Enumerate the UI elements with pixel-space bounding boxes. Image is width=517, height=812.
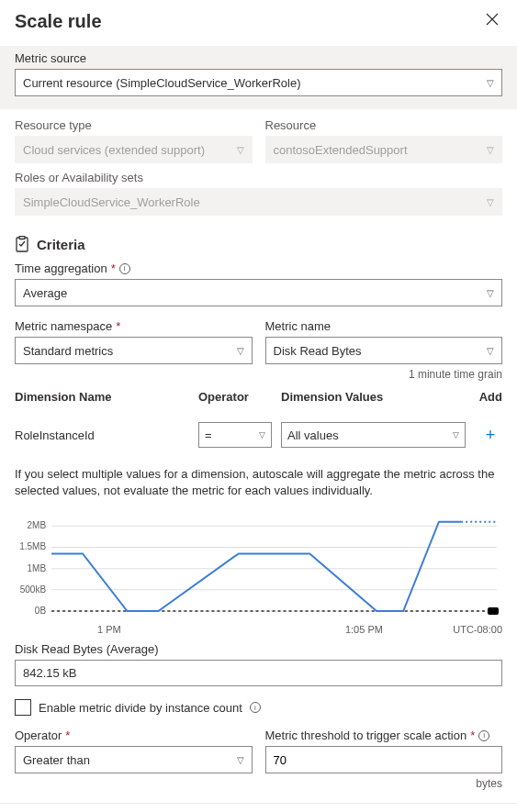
resource-type-value: Cloud services (extended support) xyxy=(23,143,205,157)
dimension-row: RoleInstanceId = ▽ All values ▽ + xyxy=(15,413,502,461)
dim-header-name: Dimension Name xyxy=(15,390,198,404)
svg-text:500kB: 500kB xyxy=(20,584,47,595)
dimension-operator-select[interactable]: = ▽ xyxy=(198,422,272,448)
panel-title: Scale rule xyxy=(15,11,102,32)
resource-label: Resource xyxy=(265,118,503,132)
svg-text:2MB: 2MB xyxy=(27,521,46,531)
svg-text:1MB: 1MB xyxy=(27,563,46,573)
time-aggregation-label: Time aggregation * i xyxy=(15,261,502,275)
threshold-value[interactable] xyxy=(274,753,495,767)
svg-rect-13 xyxy=(488,607,499,615)
resource-select: contosoExtendedSupport ▽ xyxy=(265,136,503,163)
time-aggregation-select[interactable]: Average ▽ xyxy=(15,279,502,306)
dimension-help-text: If you select multiple values for a dime… xyxy=(0,461,517,512)
svg-text:1.5MB: 1.5MB xyxy=(19,542,46,552)
required-indicator: * xyxy=(111,261,116,275)
metric-chart: 0B500kB1MB1.5MB2MB xyxy=(15,512,502,622)
metric-namespace-label: Metric namespace * xyxy=(15,319,253,333)
roles-value: SimpleCloudService_WorkerRole xyxy=(23,195,200,209)
dim-header-add: Add xyxy=(466,390,502,404)
metric-source-value: Current resource (SimpleCloudService_Wor… xyxy=(23,76,300,90)
chevron-down-icon: ▽ xyxy=(237,145,244,155)
metric-source-label: Metric source xyxy=(15,51,502,65)
metric-source-select[interactable]: Current resource (SimpleCloudService_Wor… xyxy=(15,69,502,96)
chevron-down-icon: ▽ xyxy=(453,430,459,439)
roles-select: SimpleCloudService_WorkerRole ▽ xyxy=(15,188,502,216)
info-icon[interactable]: i xyxy=(250,702,261,713)
criteria-icon xyxy=(15,236,29,252)
chart-metric-name: Disk Read Bytes (Average) xyxy=(15,640,502,660)
info-icon[interactable]: i xyxy=(478,730,489,741)
close-icon xyxy=(486,13,499,26)
threshold-unit: bytes xyxy=(0,773,517,790)
dimension-name: RoleInstanceId xyxy=(15,428,198,442)
operator-select[interactable]: Greater than ▽ xyxy=(15,746,253,773)
plus-icon: + xyxy=(486,426,496,445)
chevron-down-icon: ▽ xyxy=(487,78,494,88)
chart-metric-value: 842.15 kB xyxy=(15,660,502,686)
chevron-down-icon: ▽ xyxy=(237,755,244,765)
enable-divide-label: Enable metric divide by instance count xyxy=(39,701,242,715)
chevron-down-icon: ▽ xyxy=(487,346,494,356)
svg-rect-1 xyxy=(19,237,25,239)
svg-text:0B: 0B xyxy=(35,606,47,616)
dimension-values-select[interactable]: All values ▽ xyxy=(281,422,466,448)
dim-header-values: Dimension Values xyxy=(272,390,466,404)
chevron-down-icon: ▽ xyxy=(259,430,265,439)
chevron-down-icon: ▽ xyxy=(487,197,494,207)
dimension-operator-value: = xyxy=(205,428,212,442)
threshold-label: Metric threshold to trigger scale action… xyxy=(265,729,503,742)
resource-value: contosoExtendedSupport xyxy=(274,143,408,157)
metric-name-label: Metric name xyxy=(265,319,503,333)
operator-label: Operator * xyxy=(15,729,253,742)
metric-name-select[interactable]: Disk Read Bytes ▽ xyxy=(265,337,503,364)
operator-value: Greater than xyxy=(23,753,90,767)
required-indicator: * xyxy=(116,319,120,333)
time-aggregation-value: Average xyxy=(23,286,67,300)
resource-type-label: Resource type xyxy=(15,118,253,132)
chart-xlabel-right: UTC-08:00 xyxy=(453,624,502,635)
chart-xlabel-left: 1 PM xyxy=(51,624,275,635)
required-indicator: * xyxy=(65,729,70,742)
chevron-down-icon: ▽ xyxy=(487,145,494,155)
chevron-down-icon: ▽ xyxy=(237,346,244,356)
chart-xlabel-mid: 1:05 PM xyxy=(275,624,454,635)
resource-type-select: Cloud services (extended support) ▽ xyxy=(15,136,253,163)
threshold-input[interactable] xyxy=(265,746,503,773)
info-icon[interactable]: i xyxy=(119,263,130,274)
close-button[interactable] xyxy=(482,9,502,33)
dimension-values-value: All values xyxy=(287,428,339,442)
roles-label: Roles or Availability sets xyxy=(15,171,502,184)
chevron-down-icon: ▽ xyxy=(487,288,494,298)
required-indicator: * xyxy=(470,729,475,742)
metric-namespace-value: Standard metrics xyxy=(23,344,113,358)
metric-namespace-select[interactable]: Standard metrics ▽ xyxy=(15,337,253,364)
add-dimension-button[interactable]: + xyxy=(478,423,502,447)
enable-divide-checkbox[interactable] xyxy=(15,699,31,716)
time-grain-text: 1 minute time grain xyxy=(0,364,517,383)
metric-name-value: Disk Read Bytes xyxy=(274,344,362,358)
criteria-title: Criteria xyxy=(37,237,85,252)
dim-header-operator: Operator xyxy=(198,390,272,404)
